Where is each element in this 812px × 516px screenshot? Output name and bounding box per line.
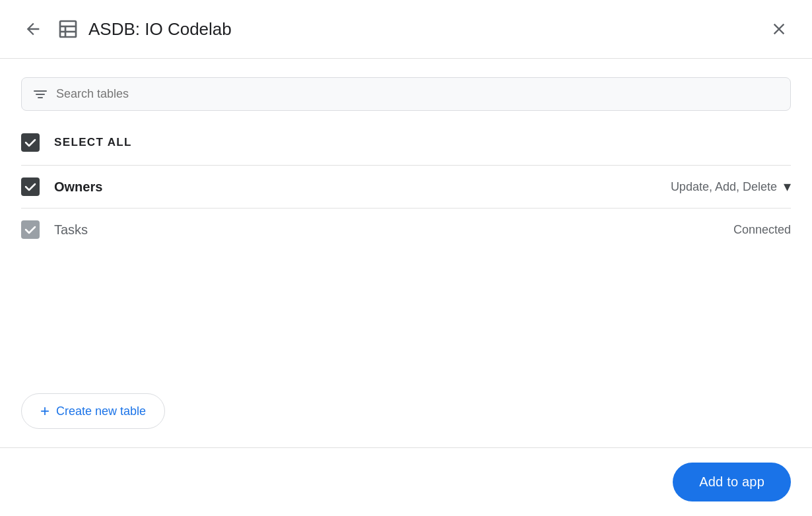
table-row: Tasks Connected bbox=[21, 208, 791, 251]
header: ASDB: IO Codelab bbox=[0, 0, 812, 58]
search-section bbox=[0, 59, 812, 124]
create-plus-icon: + bbox=[40, 403, 50, 419]
tasks-checkbox-container[interactable] bbox=[21, 220, 54, 239]
tasks-checkbox[interactable] bbox=[21, 220, 40, 239]
table-icon bbox=[57, 18, 79, 40]
owners-permission-label: Update, Add, Delete bbox=[671, 180, 777, 194]
select-all-row: SELECT ALL bbox=[0, 124, 812, 165]
close-button[interactable] bbox=[767, 17, 791, 41]
select-all-checkbox-container[interactable]: SELECT ALL bbox=[21, 133, 132, 152]
tasks-status: Connected bbox=[733, 223, 791, 237]
search-input[interactable] bbox=[56, 87, 778, 101]
owners-permission-dropdown[interactable]: Update, Add, Delete ▾ bbox=[671, 178, 791, 195]
tasks-table-name: Tasks bbox=[54, 222, 733, 238]
table-items-list: Owners Update, Add, Delete ▾ Tasks Conne… bbox=[0, 165, 812, 377]
create-new-table-label: Create new table bbox=[56, 404, 146, 418]
svg-rect-0 bbox=[60, 21, 76, 37]
back-button[interactable] bbox=[21, 17, 45, 41]
owners-table-name: Owners bbox=[54, 179, 671, 195]
filter-icon bbox=[34, 90, 47, 98]
page-title: ASDB: IO Codelab bbox=[88, 19, 232, 40]
add-to-app-button[interactable]: Add to app bbox=[673, 463, 791, 501]
dialog: ASDB: IO Codelab bbox=[0, 0, 812, 516]
owners-checkbox-container[interactable] bbox=[21, 177, 54, 196]
select-all-label: SELECT ALL bbox=[54, 136, 132, 149]
footer: Add to app bbox=[0, 447, 812, 516]
owners-dropdown-arrow: ▾ bbox=[784, 178, 791, 195]
select-all-checkbox[interactable] bbox=[21, 133, 40, 152]
create-new-table-button[interactable]: + Create new table bbox=[21, 393, 165, 429]
owners-checkbox[interactable] bbox=[21, 177, 40, 196]
table-row: Owners Update, Add, Delete ▾ bbox=[21, 165, 791, 208]
create-section: + Create new table bbox=[0, 377, 812, 447]
tasks-status-label: Connected bbox=[733, 223, 791, 237]
search-box bbox=[21, 77, 791, 111]
